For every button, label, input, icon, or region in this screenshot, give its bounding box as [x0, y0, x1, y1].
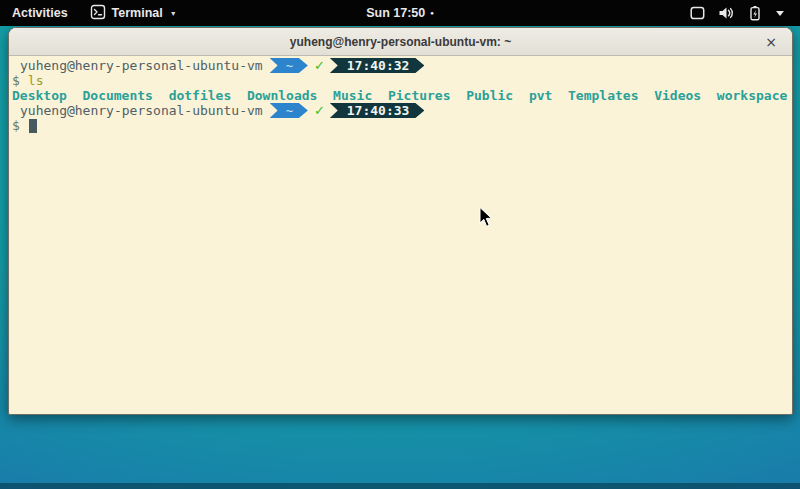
prompt-time-segment: 17:40:32 — [330, 58, 425, 73]
input-line[interactable]: $ — [12, 118, 792, 133]
app-menu-caret-icon: ▼ — [170, 10, 177, 17]
volume-icon — [718, 6, 734, 20]
terminal-cursor — [29, 119, 37, 133]
prompt-symbol: $ — [12, 73, 20, 88]
directory-item: Pictures — [388, 88, 451, 103]
prompt-line-2: yuheng@henry-personal-ubuntu-vm ~ ✓ 17:4… — [12, 103, 792, 118]
app-indicator-terminal[interactable]: Terminal ▼ — [80, 0, 187, 26]
terminal-window: yuheng@henry-personal-ubuntu-vm: ~ × yuh… — [8, 27, 793, 415]
prompt-status-check-icon: ✓ — [314, 103, 325, 118]
directory-item: dotfiles — [169, 88, 232, 103]
screen-share-icon — [690, 6, 705, 20]
directory-item: Downloads — [247, 88, 317, 103]
terminal-icon — [90, 4, 106, 23]
window-titlebar[interactable]: yuheng@henry-personal-ubuntu-vm: ~ × — [9, 28, 792, 56]
prompt-user-host: yuheng@henry-personal-ubuntu-vm — [20, 103, 263, 118]
directory-item: workspace — [717, 88, 787, 103]
mouse-cursor — [479, 207, 493, 232]
system-menu-chevron-icon — [776, 11, 784, 16]
system-status-area[interactable] — [690, 0, 800, 26]
prompt-path-segment: ~ — [270, 58, 308, 73]
directory-item: Public — [466, 88, 513, 103]
clock-button[interactable]: Sun 17:50 ● — [358, 0, 442, 26]
prompt-symbol: $ — [12, 118, 20, 133]
directory-item: Documents — [82, 88, 152, 103]
directory-item: Templates — [568, 88, 638, 103]
close-button[interactable]: × — [760, 28, 782, 55]
typed-command: ls — [28, 73, 44, 88]
notification-dot-icon: ● — [430, 10, 434, 16]
terminal-content[interactable]: yuheng@henry-personal-ubuntu-vm ~ ✓ 17:4… — [9, 56, 792, 415]
battery-charging-icon — [747, 5, 763, 21]
window-title: yuheng@henry-personal-ubuntu-vm: ~ — [290, 35, 511, 49]
directory-item: Videos — [654, 88, 701, 103]
prompt-time-segment: 17:40:33 — [330, 103, 425, 118]
prompt-status-check-icon: ✓ — [314, 58, 325, 73]
directory-item: pvt — [529, 88, 552, 103]
directory-item: Music — [333, 88, 372, 103]
clock-label: Sun 17:50 — [366, 6, 425, 20]
prompt-path-segment: ~ — [270, 103, 308, 118]
command-line: $ ls — [12, 73, 792, 88]
gnome-top-bar: Activities Terminal ▼ Sun 17:50 ● — [0, 0, 800, 26]
prompt-line-1: yuheng@henry-personal-ubuntu-vm ~ ✓ 17:4… — [12, 58, 792, 73]
prompt-user-host: yuheng@henry-personal-ubuntu-vm — [20, 58, 263, 73]
ls-output-line: Desktop Documents dotfiles Downloads Mus… — [12, 88, 792, 103]
app-indicator-label: Terminal — [112, 6, 163, 20]
directory-item: Desktop — [12, 88, 67, 103]
activities-button[interactable]: Activities — [0, 0, 80, 26]
